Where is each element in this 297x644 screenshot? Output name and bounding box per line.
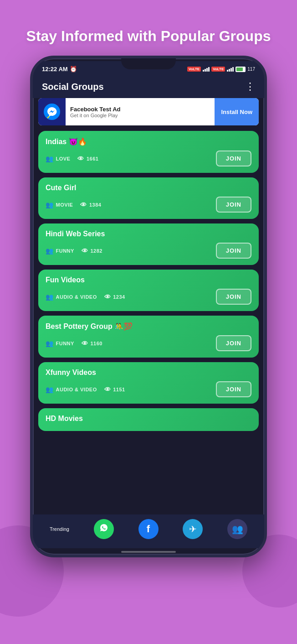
bottom-navigation: Trending f ✈ 👥 [33, 514, 264, 548]
group-views: 👁 1661 [77, 155, 98, 162]
group-card-footer: 👥 LOVE 👁 1661 JOIN [46, 151, 251, 166]
group-category: 👥 LOVE [46, 155, 70, 162]
group-card: Fun Videos 👥 AUDIO & VIDEO 👁 1234 JOIN [38, 270, 259, 311]
views-icon: 👁 [104, 386, 111, 393]
views-icon: 👁 [77, 155, 84, 162]
group-card: Indias 😈🔥 👥 LOVE 👁 1661 JOIN [38, 131, 259, 173]
page-headline: Stay Informed with Popular Groups [26, 27, 271, 45]
menu-button[interactable]: ⋮ [245, 81, 255, 93]
ad-icon [38, 98, 66, 125]
nav-telegram[interactable]: ✈ [183, 519, 203, 539]
group-meta: 👥 FUNNY 👁 1160 [46, 340, 102, 347]
home-indicator [121, 551, 176, 553]
signal-bars-2 [227, 67, 234, 72]
group-name: Best Pottery Group 🤼💯 [46, 322, 251, 331]
group-meta: 👥 LOVE 👁 1661 [46, 155, 98, 162]
views-icon: 👁 [82, 340, 88, 347]
group-icon: 👥 [46, 293, 54, 301]
group-category: 👥 FUNNY [46, 247, 74, 254]
ad-text: Facebook Test Ad Get it on Google Play [66, 102, 215, 122]
group-meta: 👥 MOVIE 👁 1384 [46, 201, 101, 208]
signal-bars-1 [203, 67, 210, 72]
ad-banner: Facebook Test Ad Get it on Google Play I… [38, 98, 259, 125]
group-card-footer: 👥 AUDIO & VIDEO 👁 1151 JOIN [46, 381, 251, 397]
group-meta: 👥 FUNNY 👁 1282 [46, 247, 102, 254]
join-button[interactable]: JOIN [216, 243, 251, 259]
group-icon: 👥 [46, 155, 54, 162]
volte-badge-1: VoLTE [187, 67, 201, 72]
join-button[interactable]: JOIN [216, 381, 251, 397]
group-meta: 👥 AUDIO & VIDEO 👁 1234 [46, 293, 125, 301]
app-title: Social Groups [42, 82, 104, 92]
group-views: 👁 1160 [82, 340, 102, 347]
group-meta: 👥 AUDIO & VIDEO 👁 1151 [46, 386, 125, 393]
group-name: Hindi Web Series [46, 230, 251, 238]
phone-mockup: 12:22 AM ⏰ VoLTE VoLTE [30, 56, 267, 557]
join-button[interactable]: JOIN [216, 335, 251, 351]
svg-point-0 [44, 104, 60, 120]
ad-install-button[interactable]: Install Now [215, 98, 259, 125]
whatsapp-icon [98, 522, 110, 536]
status-icons: VoLTE VoLTE 117 [187, 67, 255, 72]
group-icon: 👥 [46, 201, 54, 208]
ad-subtitle: Get it on Google Play [70, 113, 210, 118]
group-name: Indias 😈🔥 [46, 137, 251, 146]
nav-trending[interactable]: Trending [50, 526, 69, 532]
add-group-icon: 👥 [232, 524, 243, 535]
views-icon: 👁 [80, 201, 87, 208]
group-card-footer: 👥 AUDIO & VIDEO 👁 1234 JOIN [46, 289, 251, 305]
views-icon: 👁 [82, 247, 88, 254]
messenger-icon [44, 104, 60, 120]
group-icon: 👥 [46, 340, 54, 347]
group-icon: 👥 [46, 247, 54, 254]
trending-label: Trending [50, 526, 69, 532]
group-name: Fun Videos [46, 276, 251, 284]
group-card-partial: HD Movies [38, 408, 259, 431]
group-category: 👥 FUNNY [46, 340, 74, 347]
group-category: 👥 MOVIE [46, 201, 73, 208]
group-card: Cute Girl 👥 MOVIE 👁 1384 JOIN [38, 177, 259, 219]
telegram-icon: ✈ [189, 524, 197, 535]
group-views: 👁 1384 [80, 201, 101, 208]
join-button[interactable]: JOIN [216, 151, 251, 166]
nav-add-group[interactable]: 👥 [227, 519, 247, 539]
group-card: Best Pottery Group 🤼💯 👥 FUNNY 👁 1160 JOI… [38, 316, 259, 358]
group-card-footer: 👥 FUNNY 👁 1282 JOIN [46, 243, 251, 259]
battery-level: 117 [247, 67, 255, 72]
group-card: Xfunny Videos 👥 AUDIO & VIDEO 👁 1151 JOI… [38, 362, 259, 404]
join-button[interactable]: JOIN [216, 289, 251, 305]
group-card-footer: 👥 FUNNY 👁 1160 JOIN [46, 335, 251, 351]
group-name: Cute Girl [46, 184, 251, 192]
status-time: 12:22 AM ⏰ [42, 66, 77, 73]
group-views: 👁 1234 [104, 293, 125, 301]
group-name: Xfunny Videos [46, 369, 251, 377]
nav-facebook[interactable]: f [138, 519, 159, 539]
nav-whatsapp[interactable] [94, 519, 114, 539]
facebook-icon: f [147, 523, 150, 535]
volte-badge-2: VoLTE [211, 67, 225, 72]
phone-notch [121, 58, 176, 69]
group-icon: 👥 [46, 386, 54, 393]
join-button[interactable]: JOIN [216, 197, 251, 213]
group-category: 👥 AUDIO & VIDEO [46, 293, 97, 301]
battery-icon [236, 67, 246, 72]
group-card: Hindi Web Series 👥 FUNNY 👁 1282 JOIN [38, 223, 259, 265]
app-header: Social Groups ⋮ [33, 75, 264, 98]
views-icon: 👁 [104, 293, 111, 301]
group-category: 👥 AUDIO & VIDEO [46, 386, 97, 393]
group-card-footer: 👥 MOVIE 👁 1384 JOIN [46, 197, 251, 213]
phone-frame: 12:22 AM ⏰ VoLTE VoLTE [30, 56, 267, 557]
group-name-partial: HD Movies [46, 415, 251, 423]
ad-title: Facebook Test Ad [70, 106, 210, 113]
groups-list: Indias 😈🔥 👥 LOVE 👁 1661 JOIN Cute Girl [33, 129, 264, 514]
group-views: 👁 1282 [82, 247, 102, 254]
group-views: 👁 1151 [104, 386, 125, 393]
